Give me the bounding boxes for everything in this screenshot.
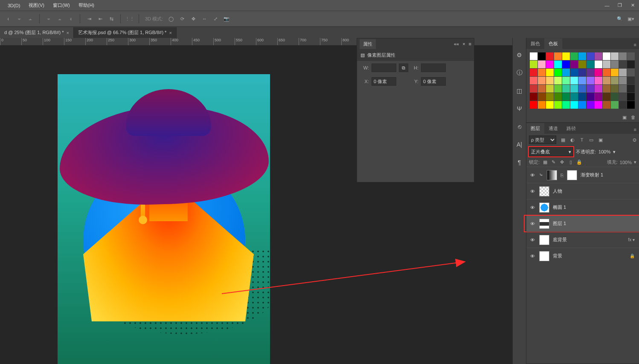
swatch[interactable] <box>603 101 610 109</box>
3d-slide-icon[interactable]: ↔ <box>200 14 209 23</box>
panel-menu-icon[interactable]: ≡ <box>469 41 471 46</box>
swatch[interactable] <box>554 77 562 84</box>
swatch[interactable] <box>587 85 594 92</box>
swatch[interactable] <box>578 101 586 109</box>
character-icon[interactable]: A| <box>515 140 524 149</box>
menu-view[interactable]: 视图(V) <box>24 2 49 9</box>
doc-tab-1[interactable]: d @ 25% (图层 1, RGB/8#) * × <box>0 27 74 38</box>
close-button[interactable]: ✕ <box>626 0 639 11</box>
layer-row[interactable]: 👁椭圆 1 <box>526 199 639 215</box>
swatch[interactable] <box>627 85 635 92</box>
lock-position-icon[interactable]: ✥ <box>559 159 565 165</box>
blend-mode-select[interactable]: 正片叠底▾ <box>529 147 573 156</box>
swatch[interactable] <box>587 61 594 68</box>
panel-collapse-icon[interactable]: «« <box>454 41 459 46</box>
opacity-value[interactable]: 100% <box>598 149 610 154</box>
swatch[interactable] <box>595 52 602 60</box>
menu-window[interactable]: 窗口(W) <box>49 2 74 9</box>
swatch[interactable] <box>595 93 602 101</box>
layer-row[interactable]: 👁图层 1 <box>526 215 639 231</box>
visibility-toggle-icon[interactable]: 👁 <box>529 221 536 226</box>
swatch[interactable] <box>554 61 562 68</box>
swatch[interactable] <box>578 77 586 84</box>
swatch[interactable] <box>611 52 619 60</box>
maximize-button[interactable]: ❐ <box>613 0 626 11</box>
workspace-switcher-icon[interactable]: ▣▾ <box>626 14 636 23</box>
swatch[interactable] <box>562 85 570 92</box>
swatch[interactable] <box>570 52 578 60</box>
swatch[interactable] <box>546 77 554 84</box>
x-input[interactable] <box>372 77 396 86</box>
swatch[interactable] <box>554 85 562 92</box>
swatch[interactable] <box>587 93 594 101</box>
close-icon[interactable]: × <box>67 30 69 35</box>
swatch[interactable] <box>603 52 610 60</box>
swatch[interactable] <box>546 85 554 92</box>
swatch[interactable] <box>570 61 578 68</box>
swatch[interactable] <box>530 69 537 76</box>
layer-row[interactable]: 👁人物 <box>526 183 639 199</box>
panel-close-icon[interactable]: × <box>462 41 465 46</box>
distribute-h-icon[interactable]: ⇥ <box>84 14 94 23</box>
swatch[interactable] <box>578 69 586 76</box>
swatch[interactable] <box>578 85 586 92</box>
swatch[interactable] <box>595 85 602 92</box>
visibility-toggle-icon[interactable]: 👁 <box>529 189 536 194</box>
swatch[interactable] <box>578 52 586 60</box>
swatch[interactable] <box>554 93 562 101</box>
align-center-h-icon[interactable]: ⫟ <box>15 14 24 23</box>
properties-tab[interactable]: 属性 <box>360 39 376 49</box>
layer-thumbnail[interactable] <box>539 202 549 213</box>
swatch[interactable] <box>627 52 635 60</box>
lock-brush-icon[interactable]: ✎ <box>550 159 557 165</box>
align-left-icon[interactable]: ⫞ <box>3 14 13 23</box>
fx-indicator[interactable]: fx ▾ <box>628 237 636 242</box>
visibility-toggle-icon[interactable]: 👁 <box>529 254 536 259</box>
visibility-toggle-icon[interactable]: 👁 <box>529 205 536 210</box>
swatch[interactable] <box>587 101 594 109</box>
swatch[interactable] <box>611 77 619 84</box>
align-right-icon[interactable]: ⫠ <box>26 14 35 23</box>
visibility-toggle-icon[interactable]: 👁 <box>529 237 536 243</box>
tab-layers[interactable]: 图层 <box>526 123 544 134</box>
swatch[interactable] <box>619 93 627 101</box>
layer-name[interactable]: 底背景 <box>553 237 624 243</box>
swatch[interactable] <box>587 77 594 84</box>
3d-roll-icon[interactable]: ⟳ <box>177 14 187 23</box>
filter-pixel-icon[interactable]: ▦ <box>560 136 566 143</box>
lock-artboard-icon[interactable]: ▯ <box>567 159 574 165</box>
swatch[interactable] <box>546 69 554 76</box>
layer-name[interactable]: 渐变映射 1 <box>581 172 636 178</box>
swatch[interactable] <box>530 61 537 68</box>
width-input[interactable] <box>372 64 396 72</box>
layer-name[interactable]: 人物 <box>553 188 636 194</box>
tab-color[interactable]: 颜色 <box>526 38 544 49</box>
layer-thumbnail[interactable] <box>539 235 549 245</box>
info-icon[interactable]: ⓘ <box>515 69 524 77</box>
chevron-down-icon[interactable]: ▾ <box>634 159 636 165</box>
swatch[interactable] <box>530 77 537 84</box>
paragraph-icon[interactable]: Ψ <box>515 104 524 113</box>
swatch[interactable] <box>562 101 570 109</box>
chevron-down-icon[interactable]: ▾ <box>613 149 616 155</box>
lock-pixels-icon[interactable]: ▦ <box>542 159 548 165</box>
menu-help[interactable]: 帮助(H) <box>74 2 99 9</box>
swatch[interactable] <box>530 85 537 92</box>
swatch[interactable] <box>603 93 610 101</box>
3d-pan-icon[interactable]: ✥ <box>189 14 198 23</box>
swatch[interactable] <box>570 69 578 76</box>
swatch[interactable] <box>562 93 570 101</box>
trash-icon[interactable]: 🗑 <box>631 115 636 120</box>
swatch[interactable] <box>619 69 627 76</box>
adjustments-icon[interactable]: ⚙ <box>515 51 524 59</box>
tab-paths[interactable]: 路径 <box>562 123 580 134</box>
link-wh-icon[interactable]: ⧉ <box>399 64 408 72</box>
panel-menu-icon[interactable]: ≡ <box>631 40 639 49</box>
swatch[interactable] <box>570 77 578 84</box>
menu-3d[interactable]: 3D(D) <box>3 3 24 8</box>
swatch[interactable] <box>578 93 586 101</box>
swatch[interactable] <box>554 69 562 76</box>
swatch[interactable] <box>611 93 619 101</box>
swatch[interactable] <box>538 52 546 60</box>
swatch[interactable] <box>546 61 554 68</box>
